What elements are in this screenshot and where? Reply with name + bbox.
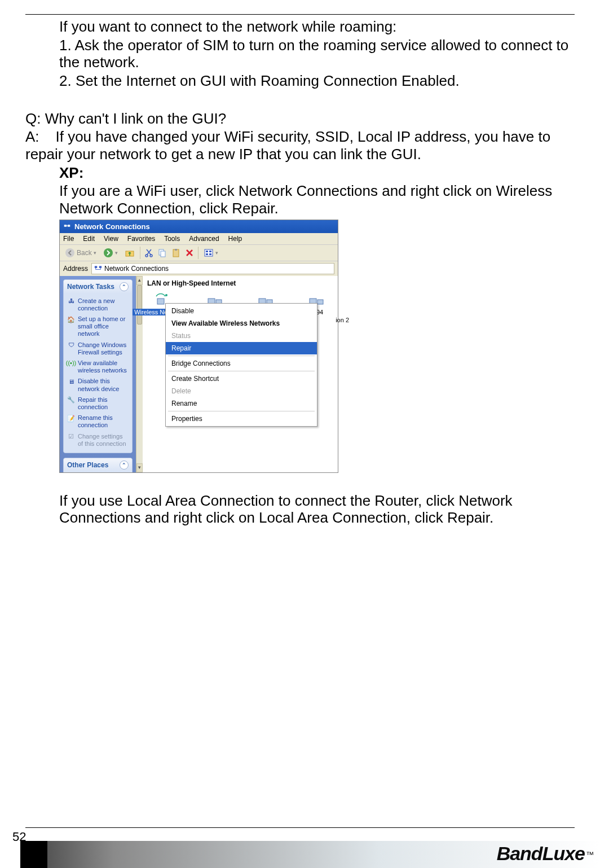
connection-extra-text: ion 2 [336,317,349,323]
svg-rect-11 [205,249,213,256]
roaming-intro: If you want to connect to the network wh… [59,18,575,36]
network-icon [63,222,71,231]
other-places-panel: Other Places ⌃ 📁Control Panel 🌐My Networ… [63,458,133,472]
chevron-down-icon: ▾ [115,250,118,256]
scrollbar[interactable]: ▲ ▼ [136,276,143,472]
paste-icon[interactable] [171,248,181,258]
back-icon [65,248,75,258]
svg-rect-14 [206,253,208,255]
svg-rect-12 [206,251,208,252]
task-view-wireless[interactable]: ((•))View available wireless networks [67,358,129,376]
network-tasks-panel: Network Tasks ⌃ 🖧Create a new connection… [63,279,133,453]
cm-bridge[interactable]: Bridge Connections [166,357,317,370]
collapse-icon[interactable]: ⌃ [120,282,129,291]
cm-view-wireless[interactable]: View Available Wireless Networks [166,317,317,330]
task-rename[interactable]: 📝Rename this connection [67,413,129,431]
content-area: LAN or High-Speed Internet Wireless Netw… [143,276,338,472]
forward-icon [103,248,113,258]
cm-rename[interactable]: Rename [166,397,317,410]
lan-instructions: If you use Local Area Connection to conn… [59,492,575,527]
faq-question: Q: Why can't I link on the GUI? [25,110,575,128]
scroll-thumb[interactable] [137,285,142,325]
task-repair[interactable]: 🔧Repair this connection [67,394,129,413]
views-icon [204,248,214,258]
menu-view[interactable]: View [104,235,118,243]
svg-rect-17 [99,266,102,269]
svg-point-6 [150,255,152,257]
chevron-down-icon: ▾ [215,250,218,256]
back-button[interactable]: Back ▾ [63,247,98,259]
network-connections-icon [94,264,102,273]
rename-icon: 📝 [67,414,75,422]
svg-rect-15 [209,253,211,255]
menubar: File Edit View Favorites Tools Advanced … [60,233,338,244]
svg-rect-8 [161,251,165,257]
scroll-up-icon[interactable]: ▲ [136,276,143,285]
menu-favorites[interactable]: Favorites [127,235,155,243]
cm-status: Status [166,330,317,342]
menu-tools[interactable]: Tools [164,235,180,243]
settings-icon: ☑ [67,433,75,441]
views-button[interactable]: ▾ [202,247,220,259]
delete-icon[interactable] [184,248,195,258]
cm-disable[interactable]: Disable [166,305,317,317]
task-settings[interactable]: ☑Change settings of this connection [67,431,129,449]
cm-separator [168,371,315,371]
task-disable[interactable]: 🖥Disable this network device [67,376,129,394]
svg-point-3 [104,248,113,257]
other-places-title: Other Places [67,461,108,469]
brand-logo: BandLuxe™ [497,843,593,865]
roaming-step1: 1. Ask the operator of SIM to turn on th… [59,37,575,71]
firewall-icon: 🛡 [67,341,75,349]
xp-instructions: If you are a WiFi user, click Network Co… [59,182,575,217]
copy-icon[interactable] [157,248,167,258]
window-titlebar: Network Connections [60,220,338,233]
svg-rect-18 [157,299,164,304]
svg-point-19 [165,294,167,296]
window-title: Network Connections [74,222,150,231]
cm-properties[interactable]: Properties [166,413,317,425]
screenshot-window: Network Connections File Edit View Favor… [59,220,338,473]
menu-advanced[interactable]: Advanced [189,235,219,243]
collapse-icon[interactable]: ⌃ [120,461,129,470]
home-network-icon: 🏠 [67,315,75,323]
address-label: Address [63,265,88,273]
address-value: Network Connections [104,265,169,273]
chevron-down-icon: ▾ [94,250,96,256]
sidebar: Network Tasks ⌃ 🖧Create a new connection… [60,276,136,472]
xp-label: XP: [59,164,575,182]
menu-edit[interactable]: Edit [83,235,95,243]
back-label: Back [77,249,92,257]
repair-icon: 🔧 [67,396,75,404]
cm-repair[interactable]: Repair [166,342,317,354]
faq-answer: A: If you have changed your WiFi securit… [25,128,575,163]
cm-shortcut[interactable]: Create Shortcut [166,372,317,385]
folder-up-icon [125,248,135,258]
address-bar: Address Network Connections [60,261,338,276]
svg-rect-16 [95,266,97,269]
svg-point-2 [65,248,74,257]
svg-point-5 [145,255,148,257]
wifi-icon: ((•)) [67,360,75,367]
cm-separator [168,411,315,411]
cut-icon[interactable] [144,248,154,258]
task-create-connection[interactable]: 🖧Create a new connection [67,296,129,314]
forward-button[interactable]: ▾ [102,247,120,259]
trademark-symbol: ™ [586,850,593,859]
roaming-step2: 2. Set the Internet on GUI with Roaming … [59,72,575,90]
address-field[interactable]: Network Connections [91,263,334,274]
toolbar: Back ▾ ▾ [60,244,338,261]
scroll-down-icon[interactable]: ▼ [136,463,143,472]
network-tasks-title: Network Tasks [67,283,114,291]
menu-help[interactable]: Help [228,235,242,243]
task-firewall[interactable]: 🛡Change Windows Firewall settings [67,340,129,358]
new-connection-icon: 🖧 [67,297,75,305]
menu-file[interactable]: File [63,235,74,243]
group-heading: LAN or High-Speed Internet [147,279,333,287]
up-button[interactable] [123,247,136,259]
task-home-network[interactable]: 🏠Set up a home or small office network [67,314,129,340]
disable-icon: 🖥 [67,378,75,385]
cm-separator [168,356,315,356]
svg-rect-13 [209,251,211,252]
svg-rect-25 [317,300,323,304]
